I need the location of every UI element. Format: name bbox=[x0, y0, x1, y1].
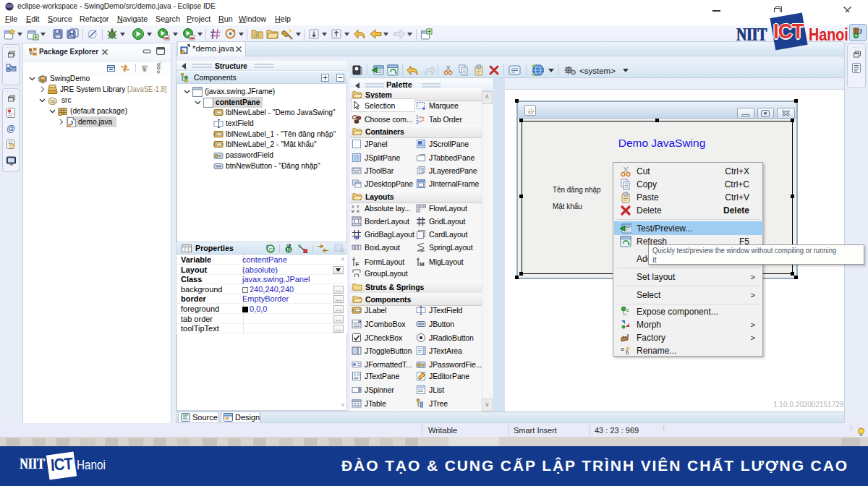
svg-text:c: c bbox=[626, 307, 629, 312]
svg-text:M: M bbox=[420, 261, 425, 267]
svg-text:3: 3 bbox=[416, 119, 419, 124]
svg-text:N: N bbox=[287, 247, 291, 253]
svg-text:i: i bbox=[354, 362, 354, 367]
svg-text:a: a bbox=[621, 346, 624, 352]
svg-text:1: 1 bbox=[416, 114, 419, 119]
svg-text:B: B bbox=[355, 235, 359, 240]
svg-text:4: 4 bbox=[265, 244, 268, 249]
svg-text:F: F bbox=[356, 261, 359, 267]
svg-text:W H: W H bbox=[352, 209, 359, 213]
svg-text:s: s bbox=[421, 247, 424, 252]
svg-text:J: J bbox=[859, 27, 862, 35]
svg-text:C: C bbox=[269, 247, 273, 253]
svg-text:2: 2 bbox=[422, 116, 425, 122]
